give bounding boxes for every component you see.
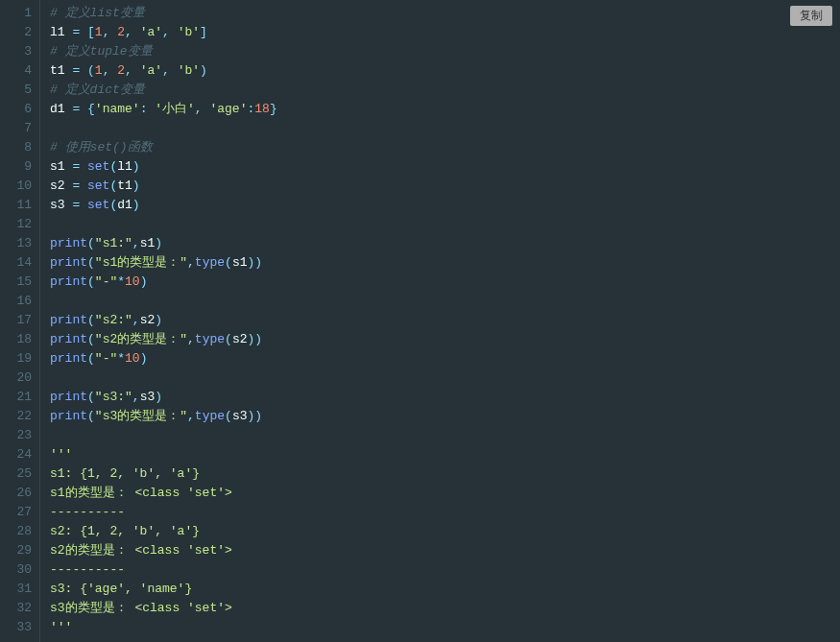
line-number: 4 <box>12 61 32 81</box>
code-line: print("s2:",s2) <box>50 311 840 330</box>
code-line: print("s2的类型是：",type(s2)) <box>50 330 840 349</box>
code-line: print("-"*10) <box>50 273 840 292</box>
line-number: 19 <box>12 349 32 369</box>
code-line <box>50 292 840 311</box>
code-line <box>50 426 840 445</box>
line-number: 31 <box>12 580 32 599</box>
code-line: s1 = set(l1) <box>50 157 840 177</box>
line-number: 8 <box>12 138 32 157</box>
line-number: 15 <box>12 273 32 292</box>
line-number: 21 <box>12 388 32 407</box>
line-number-gutter: 1234567891011121314151617181920212223242… <box>0 0 40 642</box>
line-number: 32 <box>12 599 32 618</box>
code-line: s3 = set(d1) <box>50 196 840 215</box>
code-line: ---------- <box>50 503 840 522</box>
code-line: ''' <box>50 445 840 464</box>
code-line: d1 = {'name': '小白', 'age':18} <box>50 100 840 119</box>
line-number: 9 <box>12 157 32 177</box>
line-number: 7 <box>12 119 32 138</box>
copy-button[interactable]: 复制 <box>790 6 832 26</box>
code-line: print("s1:",s1) <box>50 234 840 253</box>
code-line: # 使用set()函数 <box>50 138 840 157</box>
line-number: 5 <box>12 81 32 100</box>
line-number: 6 <box>12 100 32 119</box>
line-number: 29 <box>12 541 32 560</box>
code-line: s1的类型是： <class 'set'> <box>50 484 840 503</box>
line-number: 30 <box>12 560 32 580</box>
line-number: 2 <box>12 23 32 42</box>
code-line: l1 = [1, 2, 'a', 'b'] <box>50 23 840 42</box>
line-number: 24 <box>12 445 32 464</box>
code-line: print("s3的类型是：",type(s3)) <box>50 407 840 426</box>
line-number: 26 <box>12 484 32 503</box>
line-number: 16 <box>12 292 32 311</box>
code-line: s2: {1, 2, 'b', 'a'} <box>50 522 840 541</box>
line-number: 11 <box>12 196 32 215</box>
line-number: 14 <box>12 253 32 273</box>
code-line: s3的类型是： <class 'set'> <box>50 599 840 618</box>
line-number: 22 <box>12 407 32 426</box>
code-line: ''' <box>50 618 840 637</box>
code-line: ---------- <box>50 560 840 580</box>
line-number: 27 <box>12 503 32 522</box>
code-line: s2 = set(t1) <box>50 177 840 196</box>
code-line: t1 = (1, 2, 'a', 'b') <box>50 61 840 81</box>
code-line: s1: {1, 2, 'b', 'a'} <box>50 464 840 484</box>
code-line: # 定义dict变量 <box>50 81 840 100</box>
line-number: 18 <box>12 330 32 349</box>
line-number: 25 <box>12 464 32 484</box>
line-number: 28 <box>12 522 32 541</box>
line-number: 12 <box>12 215 32 234</box>
code-line <box>50 369 840 388</box>
code-area[interactable]: # 定义list变量 l1 = [1, 2, 'a', 'b'] # 定义tup… <box>40 0 840 642</box>
code-line: # 定义tuple变量 <box>50 42 840 61</box>
code-line <box>50 119 840 138</box>
line-number: 3 <box>12 42 32 61</box>
line-number: 33 <box>12 618 32 637</box>
code-line: s2的类型是： <class 'set'> <box>50 541 840 560</box>
code-line: # 定义list变量 <box>50 4 840 23</box>
code-line <box>50 215 840 234</box>
code-line: print("s1的类型是：",type(s1)) <box>50 253 840 273</box>
code-editor: 1234567891011121314151617181920212223242… <box>0 0 840 642</box>
line-number: 13 <box>12 234 32 253</box>
line-number: 17 <box>12 311 32 330</box>
code-line: print("s3:",s3) <box>50 388 840 407</box>
code-line: print("-"*10) <box>50 349 840 369</box>
code-line: s3: {'age', 'name'} <box>50 580 840 599</box>
line-number: 10 <box>12 177 32 196</box>
line-number: 23 <box>12 426 32 445</box>
line-number: 1 <box>12 4 32 23</box>
line-number: 20 <box>12 369 32 388</box>
